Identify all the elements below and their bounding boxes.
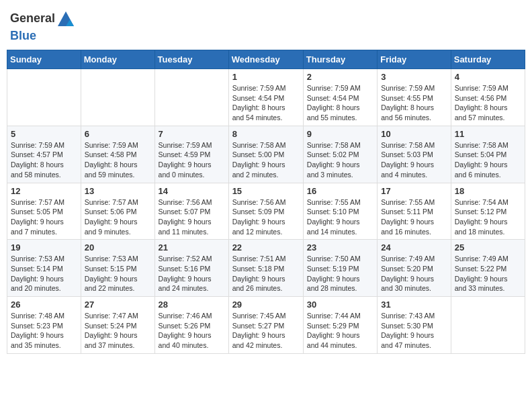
calendar-cell: 21Sunrise: 7:52 AM Sunset: 5:16 PM Dayli…	[154, 240, 228, 297]
day-number: 16	[307, 186, 373, 196]
calendar-cell: 30Sunrise: 7:44 AM Sunset: 5:29 PM Dayli…	[303, 297, 377, 354]
day-info: Sunrise: 7:59 AM Sunset: 4:59 PM Dayligh…	[159, 140, 225, 180]
calendar-cell: 1Sunrise: 7:59 AM Sunset: 4:54 PM Daylig…	[228, 69, 303, 126]
day-info: Sunrise: 7:49 AM Sunset: 5:22 PM Dayligh…	[455, 254, 521, 293]
day-info: Sunrise: 7:54 AM Sunset: 5:12 PM Dayligh…	[455, 197, 521, 237]
day-info: Sunrise: 7:58 AM Sunset: 5:02 PM Dayligh…	[307, 140, 373, 180]
day-info: Sunrise: 7:59 AM Sunset: 4:54 PM Dayligh…	[232, 83, 300, 123]
logo-blue: Blue	[10, 29, 36, 42]
calendar-cell	[7, 69, 81, 126]
calendar-week-row: 19Sunrise: 7:53 AM Sunset: 5:14 PM Dayli…	[7, 240, 525, 297]
day-info: Sunrise: 7:46 AM Sunset: 5:26 PM Dayligh…	[159, 311, 225, 351]
calendar-cell: 18Sunrise: 7:54 AM Sunset: 5:12 PM Dayli…	[451, 183, 525, 240]
calendar-header-row: SundayMondayTuesdayWednesdayThursdayFrid…	[7, 50, 525, 69]
day-number: 20	[85, 242, 151, 253]
day-number: 24	[381, 242, 447, 253]
day-number: 1	[232, 72, 300, 82]
calendar-cell: 9Sunrise: 7:58 AM Sunset: 5:02 PM Daylig…	[303, 126, 377, 183]
calendar-cell: 7Sunrise: 7:59 AM Sunset: 4:59 PM Daylig…	[154, 126, 228, 183]
weekday-header: Friday	[378, 50, 451, 69]
day-number: 29	[232, 300, 300, 310]
day-number: 19	[11, 242, 77, 253]
day-info: Sunrise: 7:58 AM Sunset: 5:03 PM Dayligh…	[381, 140, 447, 180]
day-number: 26	[11, 300, 77, 310]
day-number: 12	[11, 186, 77, 196]
day-info: Sunrise: 7:56 AM Sunset: 5:09 PM Dayligh…	[232, 197, 300, 237]
day-info: Sunrise: 7:51 AM Sunset: 5:18 PM Dayligh…	[232, 254, 300, 293]
weekday-header: Tuesday	[154, 50, 228, 69]
calendar-cell: 4Sunrise: 7:59 AM Sunset: 4:56 PM Daylig…	[451, 69, 525, 126]
day-info: Sunrise: 7:59 AM Sunset: 4:55 PM Dayligh…	[381, 83, 447, 123]
calendar-week-row: 26Sunrise: 7:48 AM Sunset: 5:23 PM Dayli…	[7, 297, 525, 354]
day-info: Sunrise: 7:49 AM Sunset: 5:20 PM Dayligh…	[381, 254, 447, 293]
day-info: Sunrise: 7:53 AM Sunset: 5:15 PM Dayligh…	[85, 254, 151, 293]
day-info: Sunrise: 7:57 AM Sunset: 5:06 PM Dayligh…	[85, 197, 151, 237]
logo-general: General	[10, 11, 55, 25]
day-info: Sunrise: 7:45 AM Sunset: 5:27 PM Dayligh…	[232, 311, 300, 351]
calendar-cell: 29Sunrise: 7:45 AM Sunset: 5:27 PM Dayli…	[228, 297, 303, 354]
calendar-cell: 14Sunrise: 7:56 AM Sunset: 5:07 PM Dayli…	[154, 183, 228, 240]
day-info: Sunrise: 7:43 AM Sunset: 5:30 PM Dayligh…	[381, 311, 447, 351]
day-number: 3	[381, 72, 447, 82]
day-info: Sunrise: 7:56 AM Sunset: 5:07 PM Dayligh…	[159, 197, 225, 237]
calendar-week-row: 12Sunrise: 7:57 AM Sunset: 5:05 PM Dayli…	[7, 183, 525, 240]
calendar-cell: 11Sunrise: 7:58 AM Sunset: 5:04 PM Dayli…	[451, 126, 525, 183]
day-info: Sunrise: 7:47 AM Sunset: 5:24 PM Dayligh…	[85, 311, 151, 351]
day-info: Sunrise: 7:59 AM Sunset: 4:57 PM Dayligh…	[11, 140, 77, 180]
logo: General Blue	[10, 10, 77, 43]
day-number: 13	[85, 186, 151, 196]
logo-text: General Blue	[10, 10, 77, 43]
day-number: 30	[307, 300, 373, 310]
page-header: General Blue	[7, 7, 525, 43]
day-info: Sunrise: 7:50 AM Sunset: 5:19 PM Dayligh…	[307, 254, 373, 293]
calendar-cell	[81, 69, 154, 126]
day-number: 17	[381, 186, 447, 196]
day-number: 10	[381, 129, 447, 139]
day-info: Sunrise: 7:57 AM Sunset: 5:05 PM Dayligh…	[11, 197, 77, 237]
day-number: 15	[232, 186, 300, 196]
calendar-cell: 15Sunrise: 7:56 AM Sunset: 5:09 PM Dayli…	[228, 183, 303, 240]
day-number: 22	[232, 242, 300, 253]
day-number: 8	[232, 129, 300, 139]
calendar-cell: 31Sunrise: 7:43 AM Sunset: 5:30 PM Dayli…	[378, 297, 451, 354]
weekday-header: Sunday	[7, 50, 81, 69]
day-info: Sunrise: 7:59 AM Sunset: 4:56 PM Dayligh…	[455, 83, 521, 123]
calendar-cell: 23Sunrise: 7:50 AM Sunset: 5:19 PM Dayli…	[303, 240, 377, 297]
calendar-cell: 22Sunrise: 7:51 AM Sunset: 5:18 PM Dayli…	[228, 240, 303, 297]
day-info: Sunrise: 7:44 AM Sunset: 5:29 PM Dayligh…	[307, 311, 373, 351]
day-info: Sunrise: 7:53 AM Sunset: 5:14 PM Dayligh…	[11, 254, 77, 293]
calendar-cell: 28Sunrise: 7:46 AM Sunset: 5:26 PM Dayli…	[154, 297, 228, 354]
day-info: Sunrise: 7:58 AM Sunset: 5:00 PM Dayligh…	[232, 140, 300, 180]
day-info: Sunrise: 7:59 AM Sunset: 4:58 PM Dayligh…	[85, 140, 151, 180]
calendar-cell: 20Sunrise: 7:53 AM Sunset: 5:15 PM Dayli…	[81, 240, 154, 297]
day-info: Sunrise: 7:52 AM Sunset: 5:16 PM Dayligh…	[159, 254, 225, 293]
calendar-table: SundayMondayTuesdayWednesdayThursdayFrid…	[7, 50, 525, 354]
calendar-cell: 3Sunrise: 7:59 AM Sunset: 4:55 PM Daylig…	[378, 69, 451, 126]
day-number: 23	[307, 242, 373, 253]
day-number: 18	[455, 186, 521, 196]
day-number: 11	[455, 129, 521, 139]
day-number: 7	[159, 129, 225, 139]
logo-icon	[56, 10, 75, 29]
calendar-cell: 12Sunrise: 7:57 AM Sunset: 5:05 PM Dayli…	[7, 183, 81, 240]
day-number: 25	[455, 242, 521, 253]
day-number: 28	[159, 300, 225, 310]
calendar-cell: 24Sunrise: 7:49 AM Sunset: 5:20 PM Dayli…	[378, 240, 451, 297]
weekday-header: Monday	[81, 50, 154, 69]
calendar-cell: 10Sunrise: 7:58 AM Sunset: 5:03 PM Dayli…	[378, 126, 451, 183]
calendar-cell: 16Sunrise: 7:55 AM Sunset: 5:10 PM Dayli…	[303, 183, 377, 240]
day-info: Sunrise: 7:59 AM Sunset: 4:54 PM Dayligh…	[307, 83, 373, 123]
day-info: Sunrise: 7:48 AM Sunset: 5:23 PM Dayligh…	[11, 311, 77, 351]
day-number: 5	[11, 129, 77, 139]
day-number: 9	[307, 129, 373, 139]
day-number: 2	[307, 72, 373, 82]
day-info: Sunrise: 7:58 AM Sunset: 5:04 PM Dayligh…	[455, 140, 521, 180]
day-number: 31	[381, 300, 447, 310]
calendar-cell: 25Sunrise: 7:49 AM Sunset: 5:22 PM Dayli…	[451, 240, 525, 297]
weekday-header: Wednesday	[228, 50, 303, 69]
weekday-header: Thursday	[303, 50, 377, 69]
calendar-cell	[154, 69, 228, 126]
calendar-cell: 27Sunrise: 7:47 AM Sunset: 5:24 PM Dayli…	[81, 297, 154, 354]
calendar-cell: 17Sunrise: 7:55 AM Sunset: 5:11 PM Dayli…	[378, 183, 451, 240]
calendar-week-row: 1Sunrise: 7:59 AM Sunset: 4:54 PM Daylig…	[7, 69, 525, 126]
